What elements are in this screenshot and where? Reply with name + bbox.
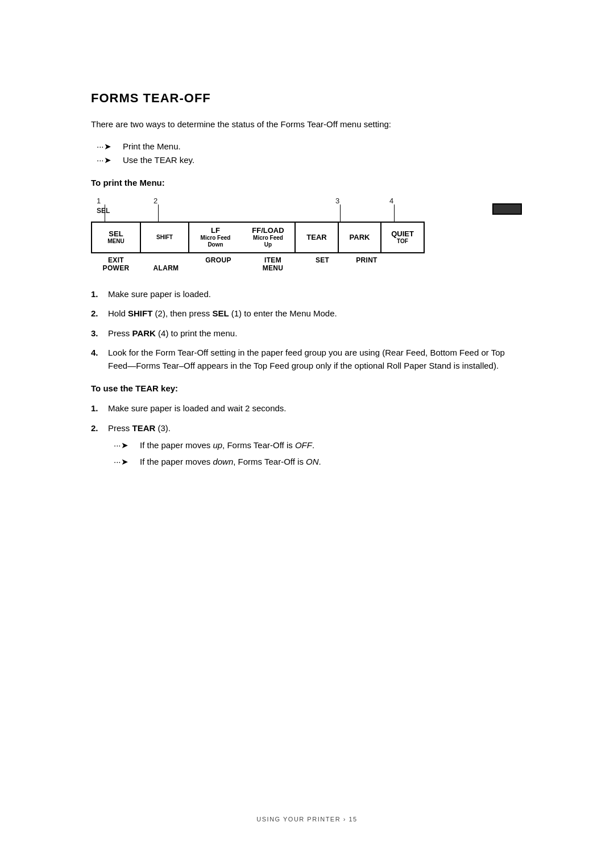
key-shift-bottom: SHIFT	[156, 234, 173, 241]
step-num-2: 2.	[91, 307, 108, 320]
arrow-icon-2: ···➤	[97, 155, 114, 165]
sub-arrow-2: ···➤	[114, 456, 131, 469]
label-exit-power: EXIT POWER	[91, 256, 141, 272]
key-ffload: FF/LOAD Micro FeedUp	[242, 222, 296, 253]
step-text-3: Press PARK (4) to print the menu.	[108, 327, 523, 340]
key-lf-bottom: Micro FeedDown	[201, 235, 231, 248]
sub-bullets: ···➤ If the paper moves up, Forms Tear-O…	[108, 439, 523, 468]
key-tear: TEAR	[294, 222, 339, 253]
label-print: PRINT	[345, 256, 389, 264]
section2-heading: To use the TEAR key:	[91, 383, 523, 393]
step-text-1: Make sure paper is loaded.	[108, 288, 523, 301]
step-2-1: 1. Make sure paper is loaded and wait 2 …	[91, 402, 523, 415]
step-num-2-1: 1.	[91, 402, 108, 415]
key-ffload-bottom: Micro FeedUp	[253, 235, 283, 248]
label-group-bottom	[217, 264, 219, 272]
key-sel-top: SEL	[109, 229, 123, 239]
steps-list-1: 1. Make sure paper is loaded. 2. Hold SH…	[91, 288, 523, 373]
label-print-text: PRINT	[356, 256, 377, 264]
tick-4	[394, 205, 395, 222]
sub-bullet-text-2: If the paper moves down, Forms Tear-Off …	[140, 456, 321, 469]
bottom-labels-row: EXIT POWER ALARM GROUP ITEM MENU SET	[91, 256, 523, 272]
bullet-item-2: ···➤ Use the TEAR key.	[97, 155, 523, 165]
label-item-menu: ITEM MENU	[246, 256, 300, 272]
label-set: SET	[300, 256, 345, 264]
num-label-1: 1	[97, 197, 101, 205]
key-park-label: PARK	[350, 233, 370, 242]
label-group-text: GROUP	[205, 256, 231, 264]
bullet-list: ···➤ Print the Menu. ···➤ Use the TEAR k…	[91, 141, 523, 165]
tick-1	[105, 205, 105, 222]
step-text-2-1: Make sure paper is loaded and wait 2 sec…	[108, 402, 523, 415]
step-1-3: 3. Press PARK (4) to print the menu.	[91, 327, 523, 340]
steps-list-2: 1. Make sure paper is loaded and wait 2 …	[91, 402, 523, 471]
step-num-1: 1.	[91, 288, 108, 301]
step-num-3: 3.	[91, 327, 108, 340]
bullet-item-1: ···➤ Print the Menu.	[97, 141, 523, 152]
label-item: ITEM	[264, 256, 281, 264]
label-set-text: SET	[316, 256, 329, 264]
step-1-1: 1. Make sure paper is loaded.	[91, 288, 523, 301]
key-lf-top: LF	[211, 226, 220, 235]
step-1-2: 2. Hold SHIFT (2), then press SEL (1) to…	[91, 307, 523, 320]
label-exit: EXIT	[108, 256, 124, 264]
key-park: PARK	[338, 222, 382, 253]
tick-3	[340, 205, 341, 222]
label-empty	[389, 256, 433, 264]
key-tear-label: TEAR	[306, 233, 326, 242]
key-shift: SHIFT	[140, 222, 190, 253]
key-lf: LF Micro FeedDown	[188, 222, 243, 253]
sel-top-label: SEL	[97, 207, 110, 215]
bullet-text-1: Print the Menu.	[123, 141, 181, 151]
footer: USING YOUR PRINTER › 15	[0, 816, 614, 823]
label-alarm-text	[165, 256, 167, 264]
tick-2	[158, 205, 159, 222]
num-label-3: 3	[335, 197, 339, 205]
label-menu: MENU	[263, 264, 284, 272]
step-text-4: Look for the Form Tear-Off setting in th…	[108, 347, 523, 372]
step-1-4: 4. Look for the Form Tear-Off setting in…	[91, 347, 523, 372]
key-quiet-bottom: TOF	[397, 238, 408, 245]
dark-rect	[492, 203, 522, 215]
label-power: POWER	[103, 264, 130, 272]
section1-heading: To print the Menu:	[91, 178, 523, 187]
page-title: FORMS TEAR-OFF	[91, 91, 523, 106]
intro-paragraph: There are two ways to determine the stat…	[91, 118, 523, 131]
key-sel-menu: SEL MENU	[91, 222, 141, 253]
step-num-4: 4.	[91, 347, 108, 360]
sub-bullet-1: ···➤ If the paper moves up, Forms Tear-O…	[114, 439, 523, 452]
page: FORMS TEAR-OFF There are two ways to det…	[0, 0, 614, 868]
step-text-2: Hold SHIFT (2), then press SEL (1) to en…	[108, 307, 523, 320]
bullet-text-2: Use the TEAR key.	[123, 155, 194, 165]
sub-arrow-1: ···➤	[114, 439, 131, 452]
num-label-2: 2	[154, 197, 157, 205]
key-quiet-top: QUIET	[391, 229, 414, 239]
key-quiet-tof: QUIET TOF	[380, 222, 425, 253]
main-keys-row: SEL MENU SHIFT LF Micro FeedDown FF/LOAD…	[91, 222, 523, 253]
key-sel-bottom: MENU	[107, 238, 124, 245]
step-num-2-2: 2.	[91, 422, 108, 435]
step-2-2: 2. Press TEAR (3). ···➤ If the paper mov…	[91, 422, 523, 472]
sub-bullet-text-1: If the paper moves up, Forms Tear-Off is…	[140, 439, 314, 452]
num-label-4: 4	[389, 197, 393, 205]
label-alarm: ALARM	[141, 256, 191, 272]
label-group: GROUP	[191, 256, 246, 272]
arrow-icon-1: ···➤	[97, 141, 114, 152]
step-text-2-2: Press TEAR (3). ···➤ If the paper moves …	[108, 422, 523, 472]
sub-bullet-2: ···➤ If the paper moves down, Forms Tear…	[114, 456, 523, 469]
label-alarm-bottom: ALARM	[154, 264, 179, 272]
key-ffload-top: FF/LOAD	[252, 226, 284, 235]
keyboard-diagram: 1 SEL 2 3 4 SEL MENU	[91, 197, 523, 272]
